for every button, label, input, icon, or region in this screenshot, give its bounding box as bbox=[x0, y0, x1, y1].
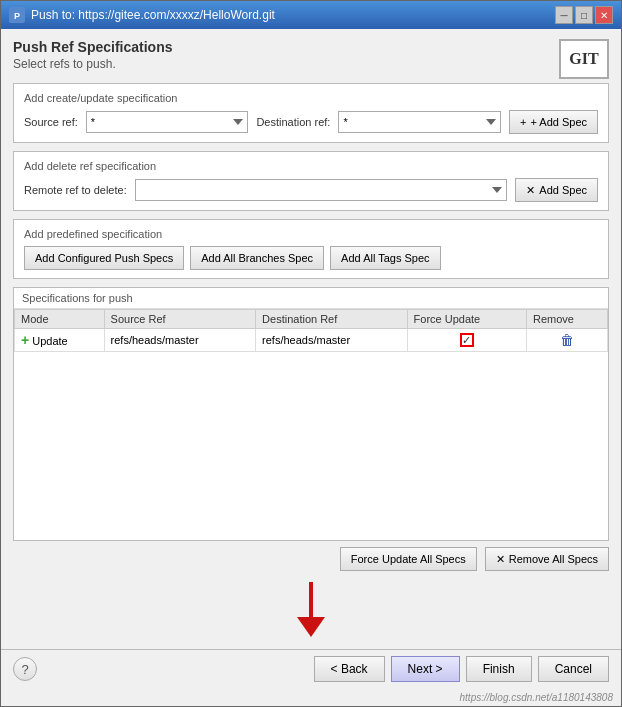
remove-cell[interactable]: 🗑 bbox=[527, 329, 608, 352]
bottom-actions: Force Update All Specs ✕ Remove All Spec… bbox=[13, 547, 609, 571]
add-spec-icon: + bbox=[520, 116, 526, 128]
specs-section-title: Specifications for push bbox=[14, 288, 608, 309]
push-icon: P bbox=[9, 7, 25, 23]
back-button[interactable]: < Back bbox=[314, 656, 385, 682]
mode-cell: + Update bbox=[15, 329, 105, 352]
force-update-cell[interactable]: ✓ bbox=[407, 329, 526, 352]
col-source: Source Ref bbox=[104, 310, 256, 329]
add-all-branches-spec-button[interactable]: Add All Branches Spec bbox=[190, 246, 324, 270]
title-bar-controls: ─ □ ✕ bbox=[555, 6, 613, 24]
page-subtitle: Select refs to push. bbox=[13, 57, 172, 71]
arrow-area bbox=[13, 579, 609, 639]
remote-ref-label: Remote ref to delete: bbox=[24, 184, 127, 196]
delete-form-row: Remote ref to delete: ✕ Add Spec bbox=[24, 178, 598, 202]
table-row: + Update refs/heads/master refs/heads/ma… bbox=[15, 329, 608, 352]
col-mode: Mode bbox=[15, 310, 105, 329]
content-area: Push Ref Specifications Select refs to p… bbox=[1, 29, 621, 649]
down-arrow bbox=[297, 582, 325, 637]
cancel-button[interactable]: Cancel bbox=[538, 656, 609, 682]
create-form-row: Source ref: * Destination ref: * + + Add… bbox=[24, 110, 598, 134]
footer-nav: < Back Next > Finish Cancel bbox=[314, 656, 609, 682]
title-bar: P Push to: https://gitee.com/xxxxz/Hello… bbox=[1, 1, 621, 29]
finish-button[interactable]: Finish bbox=[466, 656, 532, 682]
specs-table-wrapper: Mode Source Ref Destination Ref Force Up… bbox=[14, 309, 608, 540]
delete-add-spec-button[interactable]: ✕ Add Spec bbox=[515, 178, 598, 202]
source-ref-cell: refs/heads/master bbox=[104, 329, 256, 352]
main-window: P Push to: https://gitee.com/xxxxz/Hello… bbox=[0, 0, 622, 707]
remote-ref-select[interactable] bbox=[135, 179, 508, 201]
header-row: Push Ref Specifications Select refs to p… bbox=[13, 39, 609, 79]
header-text: Push Ref Specifications Select refs to p… bbox=[13, 39, 172, 71]
create-section-title: Add create/update specification bbox=[24, 92, 598, 104]
predefined-section-title: Add predefined specification bbox=[24, 228, 598, 240]
mode-plus-icon: + bbox=[21, 332, 29, 348]
close-button[interactable]: ✕ bbox=[595, 6, 613, 24]
specs-table: Mode Source Ref Destination Ref Force Up… bbox=[14, 309, 608, 352]
delete-section-title: Add delete ref specification bbox=[24, 160, 598, 172]
dest-ref-cell: refs/heads/master bbox=[256, 329, 408, 352]
remove-all-specs-button[interactable]: ✕ Remove All Specs bbox=[485, 547, 609, 571]
col-remove: Remove bbox=[527, 310, 608, 329]
git-logo: GIT bbox=[559, 39, 609, 79]
source-ref-select[interactable]: * bbox=[86, 111, 249, 133]
footer-link-bar: https://blog.csdn.net/a1180143808 bbox=[1, 688, 621, 706]
force-update-checkbox[interactable]: ✓ bbox=[460, 333, 474, 347]
footer-link: https://blog.csdn.net/a1180143808 bbox=[460, 692, 613, 703]
predefined-section: Add predefined specification Add Configu… bbox=[13, 219, 609, 279]
table-header-row: Mode Source Ref Destination Ref Force Up… bbox=[15, 310, 608, 329]
arrow-head bbox=[297, 617, 325, 637]
window-title: Push to: https://gitee.com/xxxxz/HelloWo… bbox=[31, 8, 275, 22]
predefined-btn-group: Add Configured Push Specs Add All Branch… bbox=[24, 246, 598, 270]
remove-all-icon: ✕ bbox=[496, 553, 505, 566]
add-configured-push-specs-button[interactable]: Add Configured Push Specs bbox=[24, 246, 184, 270]
delete-section: Add delete ref specification Remote ref … bbox=[13, 151, 609, 211]
footer: ? < Back Next > Finish Cancel bbox=[1, 649, 621, 688]
specs-section: Specifications for push Mode Source Ref … bbox=[13, 287, 609, 541]
arrow-shaft bbox=[309, 582, 313, 617]
help-button[interactable]: ? bbox=[13, 657, 37, 681]
create-update-section: Add create/update specification Source r… bbox=[13, 83, 609, 143]
add-spec-button[interactable]: + + Add Spec bbox=[509, 110, 598, 134]
minimize-button[interactable]: ─ bbox=[555, 6, 573, 24]
force-update-all-specs-button[interactable]: Force Update All Specs bbox=[340, 547, 477, 571]
dest-ref-label: Destination ref: bbox=[256, 116, 330, 128]
dest-ref-select[interactable]: * bbox=[338, 111, 501, 133]
delete-spec-icon: ✕ bbox=[526, 184, 535, 197]
col-dest: Destination Ref bbox=[256, 310, 408, 329]
next-button[interactable]: Next > bbox=[391, 656, 460, 682]
add-all-tags-spec-button[interactable]: Add All Tags Spec bbox=[330, 246, 440, 270]
page-title: Push Ref Specifications bbox=[13, 39, 172, 55]
svg-text:P: P bbox=[14, 11, 20, 21]
trash-icon[interactable]: 🗑 bbox=[560, 332, 574, 348]
maximize-button[interactable]: □ bbox=[575, 6, 593, 24]
col-force: Force Update bbox=[407, 310, 526, 329]
title-bar-left: P Push to: https://gitee.com/xxxxz/Hello… bbox=[9, 7, 275, 23]
mode-text: Update bbox=[32, 335, 67, 347]
source-ref-label: Source ref: bbox=[24, 116, 78, 128]
